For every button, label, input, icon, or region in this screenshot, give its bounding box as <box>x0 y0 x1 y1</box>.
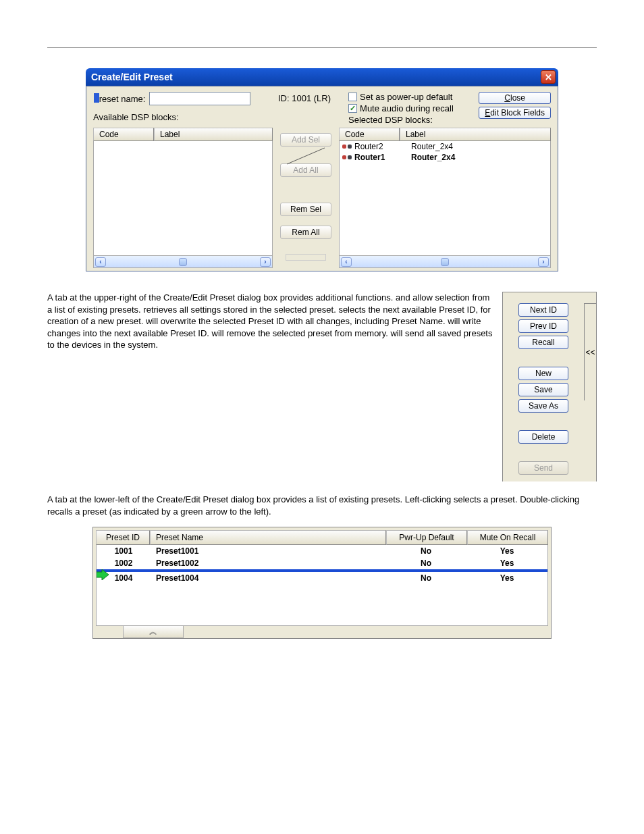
annotation-arrow-icon <box>280 147 331 165</box>
mute-recall-header[interactable]: Mute On Recall <box>467 530 548 545</box>
paragraph-1: A tab at the upper-right of the Create/E… <box>47 292 493 351</box>
rem-all-button[interactable]: Rem All <box>280 226 331 239</box>
scroll-left-icon[interactable]: ‹ <box>95 257 106 267</box>
code-cell: Router2 <box>354 142 408 151</box>
send-button[interactable]: Send <box>518 461 568 475</box>
available-blocks-label: Available DSP blocks: <box>93 112 269 122</box>
preset-id-cell: 1002 <box>97 557 151 569</box>
available-code-header[interactable]: Code <box>93 128 154 141</box>
scroll-thumb[interactable] <box>179 258 187 266</box>
available-blocks-list[interactable]: Code Label ‹ › <box>93 128 273 268</box>
preset-actions-panel: Next ID Prev ID Recall New Save Save As … <box>502 292 597 481</box>
selected-label-header[interactable]: Label <box>400 128 551 141</box>
mute-audio-label: Mute audio during recall <box>360 103 454 113</box>
collapse-up-button[interactable]: ︽ <box>123 626 184 638</box>
preset-name-cell: Preset1001 <box>151 545 385 557</box>
scroll-left-icon[interactable]: ‹ <box>341 257 352 267</box>
pwr-default-header[interactable]: Pwr-Up Default <box>386 530 467 545</box>
scroll-right-icon[interactable]: › <box>260 257 271 267</box>
save-as-button[interactable]: Save As <box>518 399 568 413</box>
edit-block-fields-button[interactable]: Edit Block Fields <box>479 107 551 119</box>
label-cell: Router_2x4 <box>411 142 453 151</box>
preset-id-label: ID: 1001 (LR) <box>278 93 331 103</box>
mute-recall-cell: Yes <box>466 572 547 584</box>
prev-id-button[interactable]: Prev ID <box>518 319 568 333</box>
page-top-divider <box>47 47 597 48</box>
rem-sel-button[interactable]: Rem Sel <box>280 203 331 216</box>
preset-name-header[interactable]: Preset Name <box>150 530 386 545</box>
dialog-title: Create/Edit Preset <box>91 72 173 82</box>
table-row[interactable]: 1002Preset1002NoYes <box>97 557 547 569</box>
save-button[interactable]: Save <box>518 383 568 396</box>
dialog-titlebar[interactable]: Create/Edit Preset ✕ <box>86 68 558 86</box>
delete-button[interactable]: Delete <box>518 430 568 444</box>
scroll-right-icon[interactable]: › <box>538 257 549 267</box>
list-item[interactable]: Router2Router_2x4 <box>340 141 550 152</box>
label-cell: Router_2x4 <box>411 153 455 162</box>
preset-name-input[interactable] <box>149 92 250 105</box>
available-label-header[interactable]: Label <box>154 128 273 141</box>
preset-name-cell: Preset1002 <box>151 557 385 569</box>
selected-blocks-label: Selected DSP blocks: <box>348 115 433 125</box>
powerup-default-label: Set as power-up default <box>360 92 452 102</box>
selected-code-header[interactable]: Code <box>339 128 400 141</box>
selected-h-scrollbar[interactable]: ‹ › <box>339 256 551 268</box>
selected-blocks-list[interactable]: Code Label Router2Router_2x4Router1Route… <box>339 128 551 268</box>
add-all-button[interactable]: Add All <box>280 163 331 177</box>
recall-button[interactable]: Recall <box>518 336 568 349</box>
code-cell: Router1 <box>354 153 408 162</box>
preset-list-panel: Preset ID Preset Name Pwr-Up Default Mut… <box>92 527 552 639</box>
mute-recall-cell: Yes <box>466 545 547 557</box>
close-icon[interactable]: ✕ <box>541 70 556 84</box>
available-h-scrollbar[interactable]: ‹ › <box>93 256 273 268</box>
preset-name-label: Preset name: <box>93 94 145 104</box>
table-row[interactable]: 1004Preset1004NoYes <box>97 572 547 584</box>
router-icon <box>342 153 352 161</box>
preset-name-cell: Preset1004 <box>151 572 385 584</box>
close-button[interactable]: Close <box>479 92 551 104</box>
table-row[interactable]: 1001Preset1001NoYes <box>97 545 547 557</box>
powerup-default-checkbox[interactable] <box>348 93 357 101</box>
pwr-default-cell: No <box>385 557 466 569</box>
pwr-default-cell: No <box>385 572 466 584</box>
mute-audio-checkbox[interactable]: ✓ <box>348 104 357 113</box>
paragraph-2: A tab at the lower-left of the Create/Ed… <box>47 494 597 517</box>
add-sel-button[interactable]: Add Sel <box>280 133 331 147</box>
next-id-button[interactable]: Next ID <box>518 303 568 317</box>
progress-bar <box>286 254 326 261</box>
preset-id-cell: 1004 <box>97 572 151 584</box>
collapse-panel-button[interactable]: << <box>584 303 596 400</box>
new-button[interactable]: New <box>518 367 568 380</box>
preset-id-header[interactable]: Preset ID <box>96 530 150 545</box>
router-icon <box>342 142 352 151</box>
scroll-thumb[interactable] <box>441 258 449 266</box>
pwr-default-cell: No <box>385 545 466 557</box>
create-edit-preset-dialog: Create/Edit Preset ✕ Preset name: Availa… <box>86 68 558 271</box>
preset-id-cell: 1001 <box>97 545 151 557</box>
list-item[interactable]: Router1Router_2x4 <box>340 152 550 163</box>
mute-recall-cell: Yes <box>466 557 547 569</box>
svg-line-0 <box>287 148 325 164</box>
